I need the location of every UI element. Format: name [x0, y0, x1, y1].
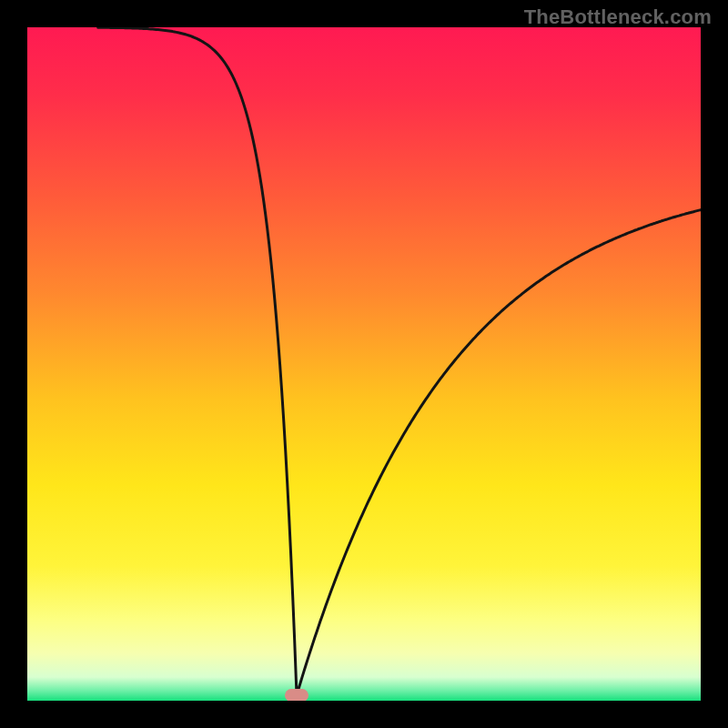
watermark-text: TheBottleneck.com — [524, 5, 712, 29]
optimal-marker — [285, 689, 308, 701]
plot-area — [27, 27, 701, 701]
gradient-background — [27, 27, 701, 701]
plot-svg — [27, 27, 701, 701]
outer-frame: TheBottleneck.com — [0, 0, 728, 728]
